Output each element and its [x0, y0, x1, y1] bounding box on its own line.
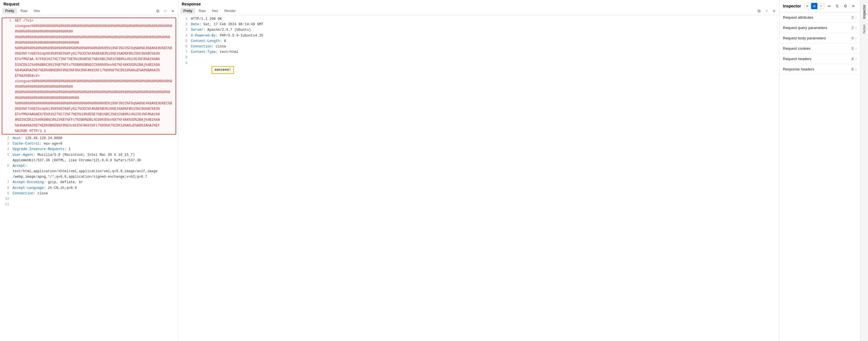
inspector-header: Inspector ⊞ ▤ ≡ ⇌ ⇅ ⚙ ✕ [779, 0, 860, 12]
inspector-row-request-headers[interactable]: Request headers 8 › [779, 54, 860, 64]
request-title: Request [3, 2, 19, 6]
tab-raw-request[interactable]: Raw [18, 8, 30, 14]
inspector-row-label: Request attributes [783, 15, 813, 20]
distribute-icon-btn[interactable]: ⇅ [834, 3, 840, 9]
code-line: 1 GET /?v1= x1ongsec%00%00%00%00%00%00%0… [2, 18, 176, 134]
code-line: 5 AppleWebKit/537.36 (KHTML, like Chrome… [0, 158, 178, 163]
inspector-count: 0 [851, 36, 854, 40]
inspector-count: 8 [851, 57, 854, 61]
inspector-row-cookies[interactable]: Request cookies 0 › [779, 43, 860, 54]
chevron-down-icon: › [855, 16, 857, 20]
chevron-down-icon: › [855, 57, 857, 61]
request-tabs: Pretty Raw Hex [2, 8, 43, 14]
inspector-count: 2 [851, 15, 854, 20]
menu-icon[interactable]: ≡ [170, 8, 176, 14]
format-icon-response[interactable]: ⏎ [764, 8, 769, 14]
align-icon-btn[interactable]: ⇌ [826, 3, 832, 9]
view-mode-list-btn[interactable]: ▤ [811, 3, 817, 9]
tab-hex-request[interactable]: Hex [31, 8, 42, 14]
view-mode-grid-btn[interactable]: ⊞ [804, 3, 810, 9]
copy-icon-response[interactable]: ⧉ [756, 8, 762, 14]
inspector-title: Inspector [783, 4, 801, 8]
code-line: 7 Content-Type: text/html [178, 50, 779, 55]
code-line: 11 [0, 202, 178, 207]
inspector-row-label: Request headers [783, 57, 811, 61]
view-mode-compact-btn[interactable]: ≡ [818, 3, 824, 9]
tab-render-response[interactable]: Render [222, 8, 239, 14]
response-panel: Response Pretty Raw Hex Render ⧉ ⏎ ≡ 1 H… [178, 0, 779, 341]
inspector-header-icons: ⊞ ▤ ≡ ⇌ ⇅ ⚙ ✕ [804, 3, 857, 9]
inspector-count: 2 [851, 26, 854, 30]
inspector-row-label: Request cookies [783, 46, 810, 51]
code-line: 1 HTTP/1.1 200 OK [178, 17, 779, 22]
tab-pretty-response[interactable]: Pretty [181, 8, 195, 14]
chevron-down-icon: › [855, 46, 857, 51]
code-line: 9 success! [178, 61, 779, 80]
inspector-row-body-params[interactable]: Request body parameters 0 › [779, 33, 860, 43]
code-line: 2 Host: 120.48.128.24:8080 [0, 136, 178, 141]
request-highlighted-box: 1 GET /?v1= x1ongsec%00%00%00%00%00%00%0… [2, 18, 176, 134]
response-actions: ⧉ ⏎ ≡ [756, 8, 777, 14]
inspector-count: 0 [851, 46, 854, 51]
view-mode-buttons: ⊞ ▤ ≡ [804, 3, 824, 9]
response-tabs: Pretty Raw Hex Render [181, 8, 239, 14]
copy-icon[interactable]: ⧉ [155, 8, 161, 14]
code-line: 6 Accept: [0, 163, 178, 169]
code-line: 6 /webp,image/apng,*/*;q=0.8,application… [0, 174, 178, 180]
tab-hex-response[interactable]: Hex [209, 8, 221, 14]
request-panel: Request Pretty Raw Hex ⧉ ⏎ ≡ 1 GET /?v1=… [0, 0, 178, 341]
code-line: 8 Accept-Language: zh-CN,zh;q=0.9 [0, 185, 178, 191]
code-line: 7 Accept-Encoding: gzip, deflate, br [0, 180, 178, 185]
chevron-down-icon: › [855, 36, 857, 40]
code-line: 10 [0, 196, 178, 202]
code-line: 5 User-Agent: Mozilla/5.0 (Macintosh; In… [0, 152, 178, 158]
request-actions: ⧉ ⏎ ≡ [155, 8, 176, 14]
inspector-count: 6 [851, 67, 854, 71]
inspector-row-label: Response headers [783, 67, 814, 71]
response-title: Response [182, 2, 201, 6]
inspector-panel: Inspector ⊞ ▤ ≡ ⇌ ⇅ ⚙ ✕ Request attribut… [779, 0, 860, 341]
side-tab: Inspector Notes [860, 0, 868, 341]
code-line: 6 text/html,application/xhtml+xml,applic… [0, 169, 178, 174]
code-line: 5 Content-Length: 8 [178, 38, 779, 44]
format-icon[interactable]: ⏎ [162, 8, 168, 14]
request-code-area: 1 GET /?v1= x1ongsec%00%00%00%00%00%00%0… [0, 15, 178, 341]
success-badge: success! [212, 66, 234, 74]
inspector-row-query-params[interactable]: Request query parameters 2 › [779, 23, 860, 33]
inspector-row-request-attributes[interactable]: Request attributes 2 › [779, 12, 860, 23]
response-code-area: 1 HTTP/1.1 200 OK 2 Date: Sat, 17 Feb 20… [178, 15, 779, 341]
inspector-row-response-headers[interactable]: Response headers 6 › [779, 64, 860, 74]
request-tabs-row: Pretty Raw Hex ⧉ ⏎ ≡ [0, 7, 178, 15]
code-line: 3 Cache-Control: max-age=0 [0, 141, 178, 147]
gear-icon-btn[interactable]: ⚙ [842, 3, 848, 9]
code-line: 4 Upgrade-Insecure-Requests: 1 [0, 147, 178, 152]
inspector-row-label: Request body parameters [783, 36, 826, 40]
response-tabs-row: Pretty Raw Hex Render ⧉ ⏎ ≡ [178, 7, 779, 15]
request-header: Request [0, 0, 178, 7]
code-line: 3 Server: Apache/2.4.7 (Ubuntu) [178, 27, 779, 33]
code-line: 8 [178, 55, 779, 60]
inspector-rows: Request attributes 2 › Request query par… [779, 12, 860, 341]
side-tab-inspector[interactable]: Inspector [861, 2, 867, 21]
code-line: 4 X-Powered-By: PHP/5.5.9-1ubuntu4.25 [178, 33, 779, 38]
menu-icon-response[interactable]: ≡ [771, 8, 777, 14]
inspector-row-label: Request query parameters [783, 26, 827, 30]
response-header: Response [178, 0, 779, 7]
code-line: 6 Connection: close [178, 44, 779, 50]
tab-pretty-request[interactable]: Pretty [2, 8, 17, 14]
code-line: 9 Connection: close [0, 191, 178, 196]
side-tab-notes[interactable]: Notes [861, 22, 867, 36]
code-line: 2 Date: Sat, 17 Feb 2024 08:14:49 GMT [178, 22, 779, 27]
tab-raw-response[interactable]: Raw [196, 8, 208, 14]
chevron-down-icon: › [855, 67, 857, 71]
close-icon-btn[interactable]: ✕ [850, 3, 857, 9]
chevron-down-icon: › [855, 26, 857, 30]
